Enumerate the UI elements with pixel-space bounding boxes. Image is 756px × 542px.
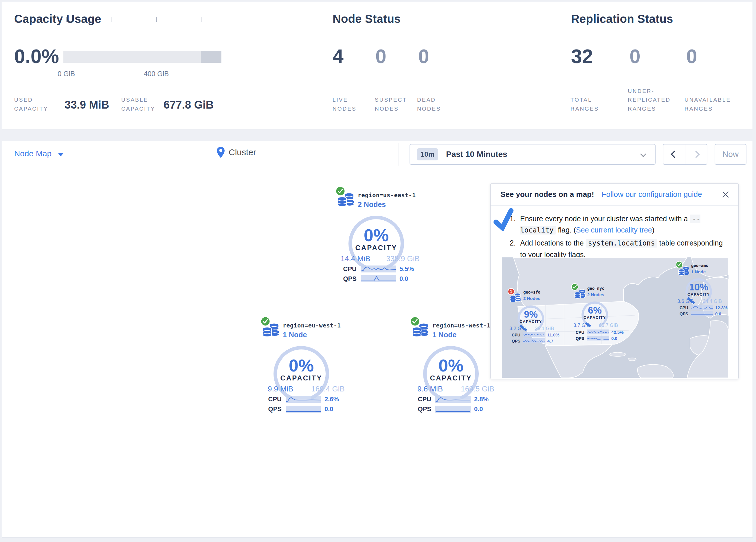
- time-range-label: Past 10 Minutes: [446, 150, 507, 159]
- qps-sparkline: [361, 276, 396, 282]
- capacity-label: CAPACITY: [405, 374, 497, 382]
- chevron-left-icon: [671, 150, 678, 158]
- cpu-sparkline: [435, 396, 471, 403]
- time-pager: [663, 144, 707, 165]
- usable-capacity-value: 677.8 GiB: [164, 99, 214, 111]
- time-range-badge: 10m: [417, 148, 438, 160]
- unavailable-ranges-label: UNAVAILABLE RANGES: [685, 95, 731, 113]
- chevron-down-icon: [640, 151, 646, 157]
- qps-label: QPS: [410, 405, 431, 413]
- breadcrumb-cluster-label: Cluster: [229, 147, 256, 157]
- under-replicated-ranges-value: 0: [630, 45, 641, 67]
- capacity-used: 9.9 MiB: [260, 385, 301, 394]
- system-locations-code: system.locations: [586, 239, 657, 247]
- capacity-tick-label-0: 0 GiB: [43, 70, 89, 78]
- now-button-label: Now: [722, 150, 739, 159]
- region-card-eu-west-1[interactable]: region=eu-west-1 1 Node 0% CAPACITY 9.9 …: [255, 316, 348, 416]
- time-forward-button[interactable]: [685, 144, 707, 164]
- database-icon: [412, 323, 429, 337]
- qps-sparkline: [691, 311, 713, 316]
- dead-nodes-label: DEAD NODES: [417, 95, 441, 113]
- map-marker-geo-nyc: geo=nyc 2 Nodes 6% CAPACITY 3.7 GiB 65.7…: [569, 282, 630, 343]
- popup-title: See your nodes on a map!: [500, 190, 594, 199]
- database-icon: [337, 192, 354, 207]
- map-marker-geo-ams: geo=ams 1 Node 10% CAPACITY 3.6 GiB 34.4…: [675, 260, 729, 318]
- total-ranges-label: TOTAL RANGES: [570, 95, 599, 113]
- capacity-percent: 0%: [330, 225, 423, 245]
- capacity-percent: 0%: [405, 356, 497, 376]
- configuration-guide-link[interactable]: Follow our configuration guide: [602, 190, 702, 199]
- map-setup-popup: See your nodes on a map! Follow our conf…: [490, 183, 739, 379]
- replication-status-title: Replication Status: [571, 12, 673, 25]
- capacity-total: 169.5 GiB: [457, 385, 498, 394]
- dead-nodes-value: 0: [418, 45, 429, 67]
- locality-tree-link[interactable]: See current locality tree: [576, 226, 652, 234]
- cpu-label: CPU: [336, 265, 357, 273]
- view-mode-dropdown[interactable]: Node Map: [14, 149, 64, 158]
- region-card-us-east-1[interactable]: region=us-east-1 2 Nodes 0% CAPACITY 14.…: [330, 185, 423, 285]
- live-nodes-value: 4: [333, 45, 344, 67]
- region-node-count: 1 Node: [283, 331, 307, 339]
- cpu-label: CPU: [261, 396, 282, 403]
- region-name: region=us-east-1: [358, 192, 416, 198]
- region-name: region=us-west-1: [432, 322, 491, 329]
- capacity-tick: [156, 17, 157, 22]
- qps-sparkline: [523, 338, 545, 343]
- region-node-count: 2 Nodes: [358, 200, 386, 209]
- qps-sparkline: [587, 336, 609, 341]
- capacity-usage-bar: [63, 51, 221, 63]
- qps-value: 0.0: [399, 275, 408, 283]
- capacity-label: CAPACITY: [330, 244, 423, 252]
- suspect-nodes-label: SUSPECT NODES: [375, 95, 407, 113]
- capacity-used: 14.4 MiB: [335, 254, 376, 263]
- qps-sparkline: [286, 406, 321, 413]
- qps-label: QPS: [336, 275, 357, 283]
- capacity-reserved-segment: [201, 51, 221, 63]
- capacity-label: CAPACITY: [255, 374, 348, 382]
- cpu-label: CPU: [410, 396, 431, 403]
- cpu-sparkline: [286, 396, 321, 403]
- capacity-usage-percent: 0.0%: [14, 45, 59, 67]
- qps-label: QPS: [261, 405, 282, 413]
- cpu-sparkline: [691, 305, 713, 310]
- toolbar-divider: [399, 143, 399, 166]
- step-number: 2.: [510, 237, 520, 260]
- capacity-total: 169.4 GiB: [308, 385, 348, 394]
- capacity-tick: [201, 17, 201, 22]
- popup-header: See your nodes on a map! Follow our conf…: [491, 183, 738, 205]
- breadcrumb[interactable]: Cluster: [217, 147, 256, 158]
- page-bottom-margin: [0, 538, 756, 542]
- cpu-value: 2.8%: [474, 396, 489, 403]
- time-back-button[interactable]: [663, 144, 685, 164]
- suspect-nodes-value: 0: [375, 45, 386, 67]
- view-mode-label: Node Map: [14, 149, 52, 158]
- chevron-down-icon: [58, 153, 64, 156]
- example-node-map-illustration: 1 geo=sfo 2 Nodes 9% CAPACITY 3.2 GiB 35…: [502, 257, 729, 378]
- capacity-tick: [111, 17, 111, 22]
- node-status-title: Node Status: [333, 12, 401, 25]
- cluster-summary-bar: Capacity Usage 0.0% 0 GiB 400 GiB USED C…: [2, 2, 753, 129]
- used-capacity-value: 33.9 MiB: [65, 99, 109, 111]
- capacity-total: 338.9 GiB: [383, 254, 423, 263]
- unavailable-ranges-value: 0: [686, 45, 697, 67]
- under-replicated-ranges-label: UNDER- REPLICATED RANGES: [628, 87, 671, 113]
- region-card-us-west-1[interactable]: region=us-west-1 1 Node 0% CAPACITY 9.6 …: [405, 316, 497, 416]
- now-button[interactable]: Now: [715, 144, 746, 165]
- qps-value: 0.0: [324, 405, 333, 413]
- capacity-percent: 0%: [255, 356, 348, 376]
- cpu-sparkline: [587, 330, 609, 335]
- qps-sparkline: [435, 406, 471, 413]
- total-ranges-value: 32: [571, 45, 593, 67]
- map-toolbar: Node Map Cluster 10m Past 10 Minutes Now: [2, 141, 753, 168]
- region-node-count: 1 Node: [432, 331, 456, 339]
- region-name: region=eu-west-1: [283, 322, 341, 329]
- step-1-text: Ensure every node in your cluster was st…: [520, 213, 727, 236]
- big-blue-check-icon: [491, 207, 517, 233]
- database-icon: [510, 293, 521, 302]
- time-range-selector[interactable]: 10m Past 10 Minutes: [410, 144, 656, 165]
- cpu-value: 2.6%: [324, 396, 339, 403]
- cpu-value: 5.5%: [399, 265, 414, 273]
- capacity-tick-label-400: 400 GiB: [133, 70, 179, 78]
- close-icon[interactable]: [722, 190, 730, 198]
- used-capacity-label: USED CAPACITY: [14, 95, 48, 113]
